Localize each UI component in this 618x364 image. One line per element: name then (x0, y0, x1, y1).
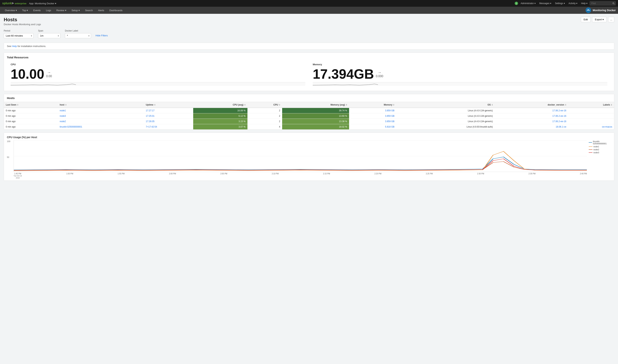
col-uptime[interactable]: Uptime ⇕ (144, 102, 193, 108)
docker-version-link[interactable]: 17.06.2-ee-16 (552, 109, 566, 112)
nav-alerts[interactable]: Alerts (95, 7, 107, 14)
memory-link[interactable]: 3.859 GB (385, 115, 395, 117)
nav-logs[interactable]: Logs (43, 7, 54, 14)
nav-review[interactable]: Review ▾ (54, 7, 69, 14)
period-filter: Period Last 60 minutes (4, 29, 34, 38)
cell-host: linuxkit-025000000001 (58, 124, 144, 130)
col-labels[interactable]: Labels ⇕ (568, 102, 614, 108)
table-row: 0 min ago node3 17:25:01 6.12 % 2 13.60 … (4, 113, 614, 119)
nav-setup[interactable]: Setup ▾ (69, 7, 83, 14)
nav-dashboards[interactable]: Dashboards (107, 7, 125, 14)
docker-label-label: Docker Label (65, 29, 91, 32)
memory-main-value: 17.394GB (313, 67, 374, 81)
help-link[interactable]: Help (12, 45, 17, 48)
chart-legend: linuxkit-025000000001 node1 node2 node3 (589, 140, 611, 154)
host-link[interactable]: node1 (60, 109, 66, 112)
settings-button[interactable]: Settings ▾ (554, 1, 566, 5)
period-select-wrap: Last 60 minutes (4, 33, 34, 38)
period-select[interactable]: Last 60 minutes (4, 33, 34, 38)
nav-top[interactable]: Top ▾ (20, 7, 31, 14)
x-label-5: 2:10 PM (272, 173, 279, 175)
cell-mem-avg: 13.60 % (282, 113, 349, 119)
svg-rect-4 (588, 10, 589, 11)
memory-link[interactable]: 5.818 GB (385, 126, 395, 128)
cell-memory: 3.859 GB (349, 113, 397, 119)
legend-node1: node1 (589, 145, 611, 148)
memory-link[interactable]: 3.859 GB (385, 120, 395, 123)
app-name[interactable]: App: Monitoring Docker ▾ (29, 2, 56, 5)
col-mem-avg[interactable]: Memory (avg) ⇕ (282, 102, 349, 108)
col-cpu-avg[interactable]: CPU (avg) ⇕ (193, 102, 247, 108)
cell-cpu-avg: 6.12 % (193, 113, 247, 119)
col-docker-version[interactable]: docker_version ⇕ (495, 102, 568, 108)
nav-search[interactable]: Search (82, 7, 95, 14)
uptime-link[interactable]: 17:27:17 (146, 109, 154, 112)
activity-button[interactable]: Activity ▾ (567, 1, 579, 5)
uptime-link[interactable]: 17:25:01 (146, 115, 154, 117)
docker-version-link[interactable]: 17.06.2-ee-16 (552, 115, 566, 117)
col-host[interactable]: host ⇕ (58, 102, 144, 108)
docker-label-select-wrap: * (65, 33, 91, 38)
nav-events[interactable]: Events (31, 7, 43, 14)
cpu-sparkline-svg (11, 82, 305, 86)
uptime-link[interactable]: 17:26:05 (146, 120, 154, 123)
cell-os: Linux (4.9.93-linuxkit-aufs) (396, 124, 495, 130)
col-last-seen[interactable]: Last Seen ⇕ (4, 102, 58, 108)
find-input[interactable] (590, 1, 616, 5)
cpu-value-row: 10.00 → 0.00 (11, 67, 305, 81)
col-memory[interactable]: Memory ⇕ (349, 102, 397, 108)
span-select-wrap: 1m (38, 33, 60, 38)
svg-rect-2 (587, 10, 587, 11)
export-button[interactable]: Export ▾ (592, 17, 607, 22)
total-resources-section: Total Resources CPU 10.00 → 0.00 (4, 52, 614, 91)
memory-link[interactable]: 3.859 GB (385, 109, 395, 112)
cell-last-seen: 0 min ago (4, 119, 58, 124)
host-link[interactable]: node3 (60, 115, 66, 117)
col-os[interactable]: OS ⇕ (396, 102, 495, 108)
svg-rect-6 (588, 9, 589, 10)
help-banner: See Help for installation instructions. (4, 43, 614, 50)
cpu-delta-value: 0.00 (46, 75, 52, 78)
col-cpu[interactable]: CPU ⇕ (247, 102, 282, 108)
docker-label-select[interactable]: * (65, 33, 91, 38)
info-icon: i (515, 2, 518, 5)
edit-button[interactable]: Edit (581, 17, 591, 22)
docker-icon (586, 7, 591, 13)
x-label-11: 2:40 PM (580, 173, 587, 175)
memory-delta-arrow: → (378, 70, 381, 75)
logo[interactable]: splunk> enterprise (2, 2, 26, 5)
main-content: Hosts Docker Hosts Monitoring and Logs E… (0, 14, 618, 184)
cpu-delta-arrow: → (47, 70, 51, 75)
span-select[interactable]: 1m (38, 33, 60, 38)
host-link[interactable]: node2 (60, 120, 66, 123)
legend-line-linuxkit (589, 142, 592, 143)
memory-resource: Memory 17.394GB → 0.000 (309, 61, 611, 88)
cell-memory: 5.818 GB (349, 124, 397, 130)
cell-os: Linux (4.4.0-134-generic) (396, 113, 495, 119)
messages-button[interactable]: Messages ▾ (538, 1, 553, 5)
docker-version-link[interactable]: 17.06.2-ee-16 (552, 120, 566, 123)
cpu-resource: CPU 10.00 → 0.00 (7, 61, 309, 88)
logo-enterprise: enterprise (15, 2, 26, 5)
label-link[interactable]: os=macos (602, 126, 612, 128)
table-row: 0 min ago node1 17:27:17 16.08 % 2 39.74… (4, 108, 614, 113)
search-icon (612, 2, 615, 4)
app-badge: Monitoring Docker (586, 7, 616, 13)
hide-filters-button[interactable]: Hide Filters (95, 34, 108, 37)
hosts-table-title: Hosts (4, 94, 614, 102)
x-label-9: 2:30 PM (477, 173, 484, 175)
help-button[interactable]: Help ▾ (579, 1, 589, 5)
nav-overview[interactable]: Overview ▾ (2, 7, 20, 14)
x-label-6: 2:15 PM (323, 173, 330, 175)
docker-version-link[interactable]: 18.06.1-ce (556, 126, 566, 128)
admin-button[interactable]: Administrator ▾ (519, 1, 537, 5)
resource-grid: CPU 10.00 → 0.00 Memory 1 (7, 61, 611, 88)
more-button[interactable]: ... (608, 17, 614, 22)
cell-cpu: 2 (247, 108, 282, 113)
cpu-chart-title: CPU Usage (%) per Host (7, 136, 611, 139)
top-nav: splunk> enterprise App: Monitoring Docke… (0, 0, 618, 7)
uptime-link[interactable]: 7+17:42:54 (146, 126, 157, 128)
cell-os: Linux (4.4.0-134-generic) (396, 108, 495, 113)
y-label-50: 50 (7, 156, 13, 158)
host-link[interactable]: linuxkit-025000000001 (60, 126, 82, 128)
